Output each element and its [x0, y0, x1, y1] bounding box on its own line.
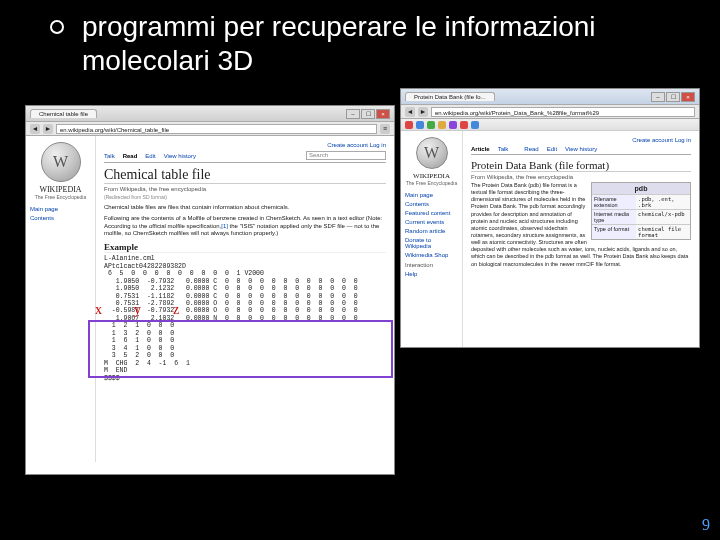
maximize-icon[interactable]: ☐ [666, 92, 680, 102]
infobox-title: pdb [592, 183, 690, 194]
tab-read[interactable]: Read [524, 146, 538, 152]
molfile-block: L-Alanine.cml APtclcact04282209382D 6 5 … [104, 255, 386, 382]
sidebar-link-main[interactable]: Main page [30, 206, 91, 212]
minimize-icon[interactable]: – [346, 109, 360, 119]
tab-history[interactable]: View history [164, 153, 196, 159]
address-bar: ◄ ► en.wikipedia.org/wiki/Chemical_table… [26, 122, 394, 136]
bookmark-icon[interactable] [405, 121, 413, 129]
tab-edit[interactable]: Edit [145, 153, 155, 159]
wikipedia-logo-sub: The Free Encyclopedia [405, 180, 458, 186]
page-body: WIKIPEDIA The Free Encyclopedia Main pag… [401, 131, 699, 347]
sidebar-link-contents[interactable]: Contents [30, 215, 91, 221]
forward-icon[interactable]: ► [43, 124, 53, 134]
close-icon[interactable]: × [376, 109, 390, 119]
slide-heading: programmi per recuperare le informazioni… [82, 10, 700, 77]
titlebar: Chemical table file – ☐ × [26, 106, 394, 122]
maximize-icon[interactable]: ☐ [361, 109, 375, 119]
window-buttons: – ☐ × [346, 109, 390, 119]
back-icon[interactable]: ◄ [405, 107, 415, 117]
search-input[interactable]: Search [306, 151, 386, 160]
article-subtitle: From Wikipedia, the free encyclopedia [104, 186, 386, 192]
article-subtitle: From Wikipedia, the free encyclopedia [471, 174, 691, 180]
tab-talk[interactable]: Talk [498, 146, 509, 152]
bookmark-icon[interactable] [449, 121, 457, 129]
sidebar-link[interactable]: Random article [405, 228, 458, 234]
tab-talk[interactable]: Talk [104, 153, 115, 159]
infobox-val: .pdb, .ent, .brk [636, 195, 690, 209]
wikipedia-logo-text: WIKIPEDIA [405, 172, 458, 180]
tab-read[interactable]: Read [123, 153, 138, 159]
menu-icon[interactable]: ≡ [380, 124, 390, 134]
infobox-key: Filename extension [592, 195, 636, 209]
minimize-icon[interactable]: – [651, 92, 665, 102]
titlebar: Protein Data Bank (file fo... – ☐ × [401, 89, 699, 105]
tab-article[interactable]: Article [471, 146, 490, 152]
wikipedia-globe-icon[interactable] [416, 137, 448, 169]
sidebar-link[interactable]: Donate to Wikipedia [405, 237, 458, 249]
slide-bullet-row: programmi per recuperare le informazioni… [0, 0, 720, 77]
slide-page-number: 9 [702, 516, 710, 534]
sidebar-link[interactable]: Help [405, 271, 458, 277]
label-z: z [173, 302, 179, 318]
bookmark-icon[interactable] [460, 121, 468, 129]
infobox-row: Internet media type chemical/x-pdb [592, 209, 690, 224]
bullet-icon [50, 20, 64, 34]
sidebar-link[interactable]: Featured content [405, 210, 458, 216]
bookmark-icon[interactable] [471, 121, 479, 129]
browser-window-chemical-table: Chemical table file – ☐ × ◄ ► en.wikiped… [25, 105, 395, 475]
page-body: WIKIPEDIA The Free Encyclopedia Main pag… [26, 136, 394, 462]
wikipedia-logo-text: WIKIPEDIA [30, 185, 91, 194]
wiki-tabs: Article Talk Read Edit View history [471, 146, 691, 155]
browser-window-pdb: Protein Data Bank (file fo... – ☐ × ◄ ► … [400, 88, 700, 348]
bookmark-icon[interactable] [416, 121, 424, 129]
redirect-note: (Redirected from SD format) [104, 194, 386, 200]
infobox: pdb Filename extension .pdb, .ent, .brk … [591, 182, 691, 240]
infobox-row: Type of format chemical file format [592, 224, 690, 239]
label-y: y [134, 302, 141, 318]
article-content: Create account Log in Talk Read Edit Vie… [96, 136, 394, 462]
account-links[interactable]: Create account Log in [471, 137, 691, 143]
url-input[interactable]: en.wikipedia.org/wiki/Chemical_table_fil… [56, 124, 377, 134]
section-example: Example [104, 242, 386, 253]
xyz-annotation: x y z [95, 302, 179, 318]
infobox-val: chemical/x-pdb [636, 210, 690, 224]
account-links[interactable]: Create account Log in [104, 142, 386, 148]
intro-paragraph: Chemical table files are files that cont… [104, 204, 386, 212]
bookmark-icon[interactable] [438, 121, 446, 129]
tab-history[interactable]: View history [565, 146, 597, 152]
wiki-sidebar: WIKIPEDIA The Free Encyclopedia Main pag… [401, 131, 463, 347]
bookmark-icon[interactable] [427, 121, 435, 129]
article-title: Protein Data Bank (file format) [471, 159, 691, 172]
sidebar-section: Interaction [405, 262, 458, 268]
wiki-tabs: Talk Read Edit View history Search [104, 151, 386, 163]
browser-tab[interactable]: Protein Data Bank (file fo... [405, 92, 495, 101]
window-buttons: – ☐ × [651, 92, 695, 102]
browser-tab[interactable]: Chemical table file [30, 109, 97, 118]
wiki-sidebar: WIKIPEDIA The Free Encyclopedia Main pag… [26, 136, 96, 462]
sidebar-link[interactable]: Contents [405, 201, 458, 207]
wikipedia-logo-sub: The Free Encyclopedia [30, 194, 91, 200]
label-x: x [95, 302, 102, 318]
infobox-key: Internet media type [592, 210, 636, 224]
forward-icon[interactable]: ► [418, 107, 428, 117]
sidebar-link[interactable]: Wikimedia Shop [405, 252, 458, 258]
wikipedia-globe-icon[interactable] [41, 142, 81, 182]
sidebar-link[interactable]: Main page [405, 192, 458, 198]
close-icon[interactable]: × [681, 92, 695, 102]
para-2: Following are the contents of a Molfile … [104, 215, 386, 238]
bookmark-toolbar [401, 119, 699, 131]
ref-link[interactable]: [1] [221, 223, 228, 229]
infobox-val: chemical file format [636, 225, 690, 239]
back-icon[interactable]: ◄ [30, 124, 40, 134]
address-bar: ◄ ► en.wikipedia.org/wiki/Protein_Data_B… [401, 105, 699, 119]
infobox-key: Type of format [592, 225, 636, 239]
sidebar-link[interactable]: Current events [405, 219, 458, 225]
url-input[interactable]: en.wikipedia.org/wiki/Protein_Data_Bank_… [431, 107, 695, 117]
article-content: Create account Log in Article Talk Read … [463, 131, 699, 347]
article-title: Chemical table file [104, 167, 386, 184]
infobox-row: Filename extension .pdb, .ent, .brk [592, 194, 690, 209]
tab-edit[interactable]: Edit [547, 146, 557, 152]
